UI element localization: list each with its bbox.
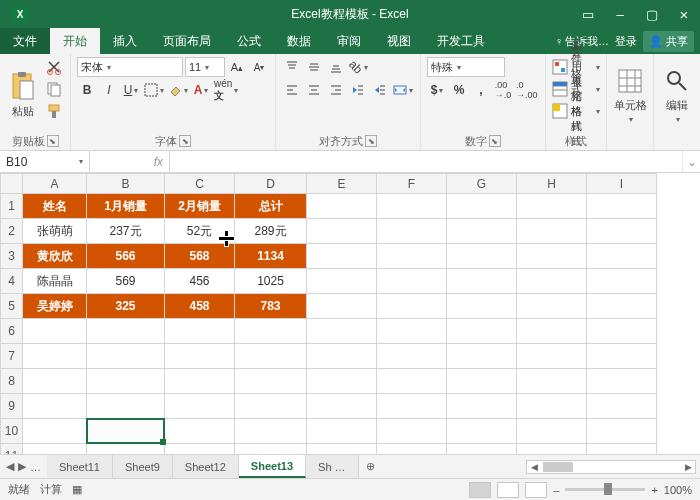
sheet-nav-more[interactable]: … — [30, 461, 41, 473]
cell[interactable] — [587, 444, 657, 455]
cell[interactable] — [587, 369, 657, 394]
tab-file[interactable]: 文件 — [0, 28, 50, 54]
cell[interactable] — [377, 419, 447, 444]
indent-increase-button[interactable] — [370, 80, 390, 100]
tab-formulas[interactable]: 公式 — [224, 28, 274, 54]
column-header[interactable]: F — [377, 174, 447, 194]
cell[interactable] — [517, 219, 587, 244]
cell[interactable] — [307, 369, 377, 394]
cell[interactable] — [377, 294, 447, 319]
cell[interactable] — [235, 344, 307, 369]
font-name-combo[interactable]: 宋体▾ — [77, 57, 183, 77]
sheet-tab[interactable]: Sheet13 — [239, 455, 306, 478]
cell[interactable] — [377, 244, 447, 269]
phonetic-button[interactable]: wén文▾ — [213, 80, 239, 100]
cell[interactable] — [587, 294, 657, 319]
cell[interactable]: 289元 — [235, 219, 307, 244]
column-header[interactable]: C — [165, 174, 235, 194]
column-header[interactable]: B — [87, 174, 165, 194]
cell[interactable] — [235, 369, 307, 394]
column-header[interactable]: E — [307, 174, 377, 194]
font-launcher[interactable]: ⬊ — [179, 135, 191, 147]
ribbon-options-icon[interactable]: ▭ — [572, 0, 604, 28]
row-header[interactable]: 10 — [1, 419, 23, 444]
cell[interactable]: 52元 — [165, 219, 235, 244]
copy-button[interactable] — [44, 79, 64, 99]
cell[interactable] — [517, 244, 587, 269]
sheet-nav-prev[interactable]: ◀ — [6, 460, 14, 473]
formula-input[interactable] — [170, 151, 682, 172]
align-middle-button[interactable] — [304, 57, 324, 77]
cell[interactable] — [587, 269, 657, 294]
cell[interactable] — [235, 444, 307, 455]
macro-record-icon[interactable]: ▦ — [72, 483, 82, 496]
view-pagebreak-button[interactable] — [525, 482, 547, 498]
worksheet-grid[interactable]: ABCDEFGHI1姓名1月销量2月销量总计2张萌萌237元52元289元3黄欣… — [0, 173, 700, 454]
tab-review[interactable]: 审阅 — [324, 28, 374, 54]
maximize-button[interactable]: ▢ — [636, 0, 668, 28]
row-header[interactable]: 5 — [1, 294, 23, 319]
underline-button[interactable]: U▾ — [121, 80, 141, 100]
cell[interactable] — [23, 394, 87, 419]
cell[interactable]: 黄欣欣 — [23, 244, 87, 269]
bold-button[interactable]: B — [77, 80, 97, 100]
increase-decimal-button[interactable]: .00→.0 — [493, 80, 513, 100]
cell[interactable] — [447, 319, 517, 344]
tab-home[interactable]: 开始 — [50, 28, 100, 54]
close-button[interactable]: × — [668, 0, 700, 28]
align-bottom-button[interactable] — [326, 57, 346, 77]
cell[interactable]: 2月销量 — [165, 194, 235, 219]
cell[interactable] — [377, 369, 447, 394]
column-header[interactable]: G — [447, 174, 517, 194]
cell[interactable] — [87, 319, 165, 344]
row-header[interactable]: 9 — [1, 394, 23, 419]
indent-decrease-button[interactable] — [348, 80, 368, 100]
number-launcher[interactable]: ⬊ — [489, 135, 501, 147]
cell[interactable]: 1025 — [235, 269, 307, 294]
editing-button[interactable]: 编辑▾ — [660, 57, 694, 133]
row-header[interactable]: 6 — [1, 319, 23, 344]
cell[interactable] — [377, 194, 447, 219]
cell[interactable] — [447, 444, 517, 455]
cell[interactable]: 1134 — [235, 244, 307, 269]
cell[interactable] — [307, 219, 377, 244]
cell[interactable] — [377, 394, 447, 419]
cell[interactable] — [587, 394, 657, 419]
cell[interactable] — [235, 319, 307, 344]
fx-button[interactable]: fx — [90, 151, 170, 172]
view-normal-button[interactable] — [469, 482, 491, 498]
column-header[interactable]: A — [23, 174, 87, 194]
cell[interactable] — [587, 219, 657, 244]
cell[interactable] — [307, 294, 377, 319]
sheet-nav-next[interactable]: ▶ — [18, 460, 26, 473]
tab-data[interactable]: 数据 — [274, 28, 324, 54]
cell[interactable] — [23, 444, 87, 455]
cell[interactable]: 吴婷婷 — [23, 294, 87, 319]
cell[interactable] — [447, 294, 517, 319]
cell[interactable] — [517, 394, 587, 419]
border-button[interactable]: ▾ — [143, 80, 165, 100]
select-all-corner[interactable] — [1, 174, 23, 194]
currency-button[interactable]: $▾ — [427, 80, 447, 100]
font-color-button[interactable]: A▾ — [191, 80, 211, 100]
cell[interactable] — [587, 419, 657, 444]
cell[interactable] — [235, 419, 307, 444]
formula-expand-button[interactable]: ⌄ — [682, 151, 700, 172]
cell[interactable] — [87, 419, 165, 444]
cell[interactable] — [307, 394, 377, 419]
cell[interactable] — [447, 369, 517, 394]
cell[interactable] — [307, 244, 377, 269]
cell[interactable]: 783 — [235, 294, 307, 319]
cell[interactable]: 237元 — [87, 219, 165, 244]
decrease-font-button[interactable]: A▾ — [249, 57, 269, 77]
row-header[interactable]: 7 — [1, 344, 23, 369]
cell[interactable]: 569 — [87, 269, 165, 294]
cell[interactable] — [587, 319, 657, 344]
cell[interactable] — [23, 344, 87, 369]
cell[interactable] — [307, 344, 377, 369]
zoom-out-button[interactable]: – — [553, 484, 559, 496]
zoom-in-button[interactable]: + — [651, 484, 657, 496]
cell[interactable] — [377, 319, 447, 344]
fill-color-button[interactable]: ▾ — [167, 80, 189, 100]
cell[interactable] — [447, 219, 517, 244]
